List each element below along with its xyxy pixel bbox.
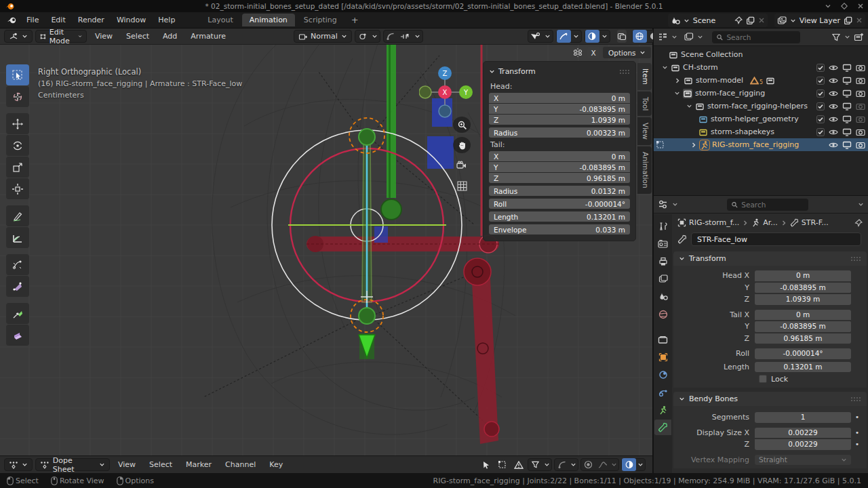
tool-scale[interactable] [6,157,29,178]
tab-object[interactable] [654,349,671,365]
head-x-field[interactable]: X0 m [489,93,630,103]
animate-dot-icon[interactable]: • [851,428,863,437]
tool-transform[interactable] [6,178,29,199]
head-y-row[interactable]: Y-0.083895 m [675,282,865,294]
viewport-menu-add[interactable]: Add [157,30,182,43]
nav-y-neg-axis[interactable] [419,86,431,98]
tab-world[interactable] [654,306,671,322]
add-workspace-button[interactable]: + [346,15,364,25]
ds-interpolation-button[interactable] [595,458,610,471]
screen-icon[interactable] [842,115,852,123]
tail-x-row[interactable]: Tail X0 m [675,309,865,321]
display-mode-icon[interactable] [684,33,694,41]
proportional-editing-controls[interactable] [383,30,423,43]
ds-show-hidden-toggle[interactable] [495,458,509,471]
tab-constraints[interactable] [654,367,671,382]
animate-dot-icon[interactable]: • [851,440,863,449]
bendy-bones-panel-header[interactable]: Bendy Bones [673,392,867,406]
mirror-x-toggle[interactable]: X [587,47,599,58]
npanel-tab-item[interactable]: Item [637,63,652,90]
tool-select-box[interactable] [6,64,29,85]
expand-icon[interactable] [674,77,681,84]
outliner-row-helpers[interactable]: storm-face_rigging-helpers [654,100,868,113]
viewport-menu-armature[interactable]: Armature [185,30,231,43]
screen-icon[interactable] [842,141,852,149]
length-field[interactable]: Length0.13201 m [489,211,630,222]
tail-radius-field[interactable]: Radius0.0132 m [489,186,630,196]
outliner-row-ch-storm[interactable]: CH-storm [654,61,868,74]
display-size-z-row[interactable]: Z0.00229• [675,439,865,451]
tool-cursor[interactable] [6,86,29,107]
properties-search-input[interactable] [741,201,804,209]
animate-dot-icon[interactable]: • [851,413,863,422]
maximize-icon[interactable] [841,3,848,9]
new-collection-icon[interactable] [854,33,864,42]
roll-row[interactable]: Roll-0.000014° [675,348,865,360]
menu-file[interactable]: File [20,14,45,26]
head-x-row[interactable]: Head X0 m [675,270,865,282]
tab-armature-data[interactable] [654,402,671,418]
workspace-tab-animation[interactable]: Animation [242,14,295,26]
pin-icon[interactable] [854,219,863,227]
tab-bone[interactable] [654,420,671,435]
segments-row[interactable]: Segments1• [675,411,865,424]
expand-icon[interactable] [662,64,668,70]
tail-x-field[interactable]: X0 m [489,151,630,161]
eye-icon[interactable] [829,142,838,148]
tab-scene[interactable] [654,289,671,304]
dopesheet-menu-key[interactable]: Key [264,458,288,471]
blue-bone-lower[interactable] [427,136,454,169]
outliner-row-storm-face-rigging[interactable]: storm-face_rigging [654,87,868,100]
visibility-dropdown[interactable] [528,30,553,43]
new-scene-icon[interactable] [746,16,755,25]
length-row[interactable]: Length0.13201 m [675,361,865,373]
screen-icon[interactable] [842,128,852,136]
vertex-mapping-dropdown[interactable]: Straight [755,455,851,466]
tail-z-row[interactable]: Z0.96185 m [675,333,865,345]
red-horizontal-bone[interactable] [307,235,499,253]
ds-proportional-dropdown[interactable] [554,458,578,471]
head-z-row[interactable]: Z1.0939 m [675,293,865,306]
tab-render[interactable] [654,236,671,251]
breadcrumb-object[interactable]: RIG-storm_f... [689,218,739,227]
editor-type-button[interactable] [4,30,33,43]
transform-panel-header[interactable]: Transform [673,251,867,266]
camera-icon[interactable] [856,64,865,72]
new-view-layer-icon[interactable] [844,16,852,25]
camera-icon[interactable] [856,102,865,110]
grid-toggle-button[interactable] [453,178,471,194]
camera-icon[interactable] [856,77,865,85]
transform-orientation-selector[interactable]: Normal [294,30,352,43]
checkbox-icon[interactable] [816,102,825,110]
snap-controls[interactable] [355,30,380,43]
breadcrumb-bone[interactable]: STR-F... [802,218,829,227]
head-radius-field[interactable]: Radius0.00323 m [489,127,630,138]
breadcrumb-armature[interactable]: Ar... [763,218,778,227]
properties-editor-icon[interactable] [658,200,668,209]
green-bone-column[interactable] [387,45,396,198]
properties-options-icon[interactable] [858,201,864,207]
outliner-search-input[interactable] [726,33,796,41]
tab-physics[interactable] [654,384,671,400]
camera-view-button[interactable] [453,157,471,174]
pan-hand-button[interactable] [453,137,471,153]
viewport[interactable]: Right Orthographic (Local) (16) RIG-stor… [0,45,652,455]
screen-icon[interactable] [842,64,852,72]
workspace-tab-scripting[interactable]: Scripting [296,14,344,26]
viewport-menu-view[interactable]: View [90,30,118,43]
menu-edit[interactable]: Edit [45,14,71,26]
dopesheet-menu-channel[interactable]: Channel [220,458,261,471]
pin-icon[interactable] [734,16,743,24]
tab-output[interactable] [654,253,671,269]
tool-bone-envelope[interactable] [6,276,29,297]
vertex-mapping-row[interactable]: Vertex Mapping Straight [675,454,865,466]
screen-icon[interactable] [842,102,852,110]
tab-collection[interactable] [654,331,671,347]
outliner-search[interactable] [712,31,800,43]
viewport-menu-select[interactable]: Select [121,30,155,43]
expand-icon[interactable] [674,90,680,96]
dopesheet-editor-type-button[interactable] [4,458,33,471]
dopesheet-menu-select[interactable]: Select [144,458,178,471]
xray-toggle[interactable] [617,30,627,43]
tab-view-layer[interactable] [654,271,671,287]
